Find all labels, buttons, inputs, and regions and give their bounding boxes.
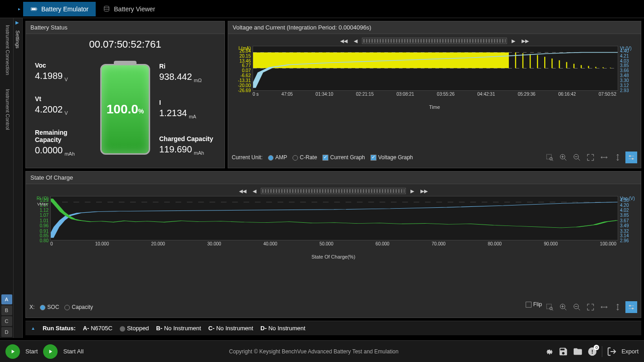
rail-instrument-control[interactable]: Instrument Control bbox=[0, 82, 13, 137]
charged-unit: mAh bbox=[194, 150, 204, 156]
x-label: X: bbox=[29, 304, 34, 310]
marker-icon[interactable] bbox=[625, 152, 637, 163]
zoom-region-icon[interactable] bbox=[544, 152, 556, 163]
channel-c[interactable]: C bbox=[1, 316, 12, 326]
channel-list: A B C D bbox=[0, 294, 13, 338]
tab-label: Battery Viewer bbox=[114, 5, 155, 13]
marker-icon[interactable] bbox=[625, 301, 637, 313]
radio-soc[interactable]: SOC bbox=[40, 304, 59, 310]
svg-point-35 bbox=[632, 158, 634, 160]
run-status-label: Run Status: bbox=[43, 325, 76, 332]
scroll-last-icon[interactable]: ▶▶ bbox=[520, 38, 531, 44]
scroll-prev-icon[interactable]: ◀ bbox=[352, 38, 359, 44]
vt-value: 4.2002 bbox=[35, 104, 63, 114]
time-scroll-nav: ◀◀ ◀ ▶ ▶▶ bbox=[232, 36, 637, 46]
unit-label: Current Unit: bbox=[232, 154, 263, 161]
start-button[interactable] bbox=[5, 344, 20, 359]
scroll-track[interactable] bbox=[261, 188, 406, 194]
settings-label: Settings bbox=[14, 27, 22, 52]
rail-instrument-connection[interactable]: Instrument Connection bbox=[0, 18, 13, 82]
svg-point-23 bbox=[550, 157, 552, 160]
top-tab-bar: ▸ Battery Emulator Battery Viewer bbox=[0, 0, 644, 18]
scroll-next-icon[interactable]: ▶ bbox=[510, 38, 517, 44]
svg-point-49 bbox=[629, 305, 631, 307]
start-all-label: Start All bbox=[63, 348, 83, 355]
export-icon[interactable] bbox=[607, 347, 617, 357]
scroll-track[interactable] bbox=[362, 38, 507, 44]
charged-label: Charged Capacity bbox=[159, 135, 215, 142]
zoom-region-icon[interactable] bbox=[544, 301, 556, 313]
scroll-last-icon[interactable]: ▶▶ bbox=[419, 188, 429, 194]
voltage-current-panel: Voltage and Current (Integration Period:… bbox=[228, 21, 641, 168]
tab-history-icon[interactable]: ▸ bbox=[18, 6, 20, 11]
tab-battery-viewer[interactable]: Battery Viewer bbox=[96, 2, 162, 16]
voc-unit: V bbox=[64, 77, 68, 82]
folder-icon[interactable] bbox=[573, 347, 583, 357]
run-status-bar: ▲ Run Status: A- N6705C Stopped B- No In… bbox=[25, 321, 641, 335]
fit-x-icon[interactable] bbox=[598, 301, 610, 313]
battery-status-panel: Battery Status 00.07:50:52:761 Voc 4.198… bbox=[25, 21, 225, 168]
status-a: A- N6705C bbox=[83, 325, 112, 332]
fit-all-icon[interactable] bbox=[585, 301, 596, 313]
channel-d[interactable]: D bbox=[1, 327, 12, 337]
svg-rect-22 bbox=[546, 154, 551, 159]
soc-controls: X: SOC Capacity Flip bbox=[29, 298, 637, 316]
panel-title: Battery Status bbox=[26, 21, 224, 34]
soc-scroll-nav: ◀◀ ◀ ▶ ▶▶ bbox=[29, 186, 637, 196]
status-c: C- No Instrument bbox=[208, 325, 253, 332]
scroll-prev-icon[interactable]: ◀ bbox=[251, 188, 258, 194]
start-all-button[interactable] bbox=[43, 344, 58, 359]
vc-x-label: Time bbox=[232, 104, 637, 149]
i-label: I bbox=[159, 99, 215, 106]
fit-all-icon[interactable] bbox=[585, 152, 596, 163]
radio-crate[interactable]: C-Rate bbox=[293, 154, 317, 161]
battery-graphic: 100.0% bbox=[100, 64, 150, 155]
settings-flyout[interactable]: ▶ Settings bbox=[14, 18, 23, 338]
zoom-in-icon[interactable] bbox=[557, 301, 569, 313]
soc-plot[interactable]: VMax bbox=[50, 196, 618, 240]
svg-rect-2 bbox=[32, 8, 36, 10]
svg-point-38 bbox=[550, 307, 552, 310]
soc-panel: State Of Charge ◀◀ ◀ ▶ ▶▶ Ri (Ω) 1.23 1.… bbox=[25, 171, 641, 318]
scroll-first-icon[interactable]: ◀◀ bbox=[338, 38, 349, 44]
svg-point-50 bbox=[632, 308, 634, 309]
fit-y-icon[interactable] bbox=[612, 152, 624, 163]
voc-value: 4.1989 bbox=[35, 71, 63, 81]
channel-a[interactable]: A bbox=[1, 294, 12, 304]
radio-capacity[interactable]: Capacity bbox=[64, 304, 93, 310]
soc-x-label: State Of Charge(%) bbox=[29, 254, 637, 298]
scroll-first-icon[interactable]: ◀◀ bbox=[237, 188, 248, 194]
tab-battery-emulator[interactable]: Battery Emulator bbox=[23, 2, 96, 16]
i-unit: mA bbox=[189, 114, 196, 119]
i-value: 1.2134 bbox=[159, 108, 187, 118]
svg-rect-37 bbox=[546, 304, 551, 309]
vt-label: Vt bbox=[35, 95, 91, 103]
vc-plot[interactable]: VMax bbox=[253, 46, 618, 91]
vc-right-axis: Vt (V) 4.40 4.21 4.03 3.85 3.66 3.48 3.3… bbox=[618, 46, 637, 91]
check-voltage-graph[interactable]: Voltage Graph bbox=[371, 154, 413, 161]
status-a-state: Stopped bbox=[120, 325, 149, 332]
svg-line-46 bbox=[578, 308, 580, 310]
svg-rect-1 bbox=[36, 8, 37, 10]
scroll-next-icon[interactable]: ▶ bbox=[409, 188, 416, 194]
svg-text:!: ! bbox=[591, 348, 593, 355]
channel-b[interactable]: B bbox=[1, 305, 12, 315]
check-flip[interactable]: Flip bbox=[526, 301, 542, 313]
check-current-graph[interactable]: Current Graph bbox=[322, 154, 365, 161]
gear-icon[interactable] bbox=[544, 347, 554, 357]
start-label: Start bbox=[25, 348, 38, 355]
radio-amp[interactable]: AMP bbox=[268, 154, 287, 161]
fit-y-icon[interactable] bbox=[612, 301, 624, 313]
fit-x-icon[interactable] bbox=[598, 152, 610, 163]
notification-icon[interactable]: !0 bbox=[587, 347, 597, 357]
zoom-out-icon[interactable] bbox=[571, 301, 583, 313]
zoom-out-icon[interactable] bbox=[571, 152, 583, 163]
soc-right-axis: Voc (V) 4.38 4.20 4.02 3.85 3.67 3.49 3.… bbox=[618, 196, 637, 240]
collapse-icon[interactable]: ▲ bbox=[31, 326, 35, 331]
ri-value: 938.442 bbox=[159, 72, 192, 82]
panel-title: State Of Charge bbox=[26, 171, 641, 184]
panel-title: Voltage and Current (Integration Period:… bbox=[228, 21, 641, 34]
zoom-in-icon[interactable] bbox=[557, 152, 569, 163]
save-icon[interactable] bbox=[558, 347, 568, 357]
voc-label: Voc bbox=[35, 62, 91, 69]
